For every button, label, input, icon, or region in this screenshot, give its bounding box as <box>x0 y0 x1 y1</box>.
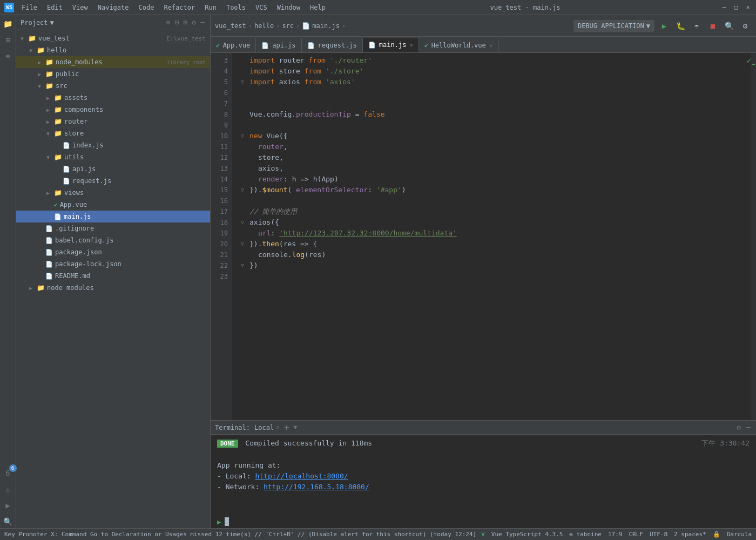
bookmarks-button[interactable]: ⊞ <box>2 33 15 46</box>
terminal-minimize-icon[interactable]: ─ <box>745 422 752 433</box>
run-button-left[interactable]: ▶ <box>2 499 15 512</box>
terminal-tab-local[interactable]: Local × <box>254 424 280 431</box>
tree-arrow-router: ▶ <box>46 119 53 125</box>
tree-item-api-js[interactable]: 📄 api.js <box>16 163 210 175</box>
fold-3[interactable] <box>241 55 249 66</box>
menu-navigate[interactable]: Navigate <box>93 3 133 12</box>
run-app-button[interactable]: ▶ <box>658 19 671 32</box>
terminal-tab-close[interactable]: × <box>276 424 280 431</box>
menu-run[interactable]: Run <box>200 3 221 12</box>
tree-item-readme[interactable]: 📄 README.md <box>16 270 210 282</box>
tree-label-components: components <box>64 106 206 113</box>
fold-6[interactable] <box>241 87 249 98</box>
code-editor: 3 4 5 6 7 8 9 10 11 12 13 14 15 16 17 18… <box>211 53 756 420</box>
tab-helloworld-vue[interactable]: ✔ HelloWorld.vue × <box>419 38 498 52</box>
fold-4[interactable] <box>241 66 249 77</box>
fold-20[interactable]: ▽ <box>241 239 249 249</box>
menu-window[interactable]: Window <box>273 3 305 12</box>
fold-23[interactable] <box>241 271 249 282</box>
code-line-17: // 简单的使用 <box>241 206 751 217</box>
tree-item-root[interactable]: ▼ 📁 vue_test E:\vue_test <box>16 32 210 44</box>
tree-item-router[interactable]: ▶ 📁 router <box>16 116 210 127</box>
tree-item-node-modules[interactable]: ▶ 📁 node_modules library root <box>16 56 210 68</box>
minimize-button[interactable]: ─ <box>720 4 728 11</box>
tree-item-views[interactable]: ▶ 📁 views <box>16 187 210 199</box>
menu-view[interactable]: View <box>68 3 92 12</box>
tree-item-public[interactable]: ▶ 📁 public <box>16 68 210 80</box>
tree-item-package-lock[interactable]: 📄 package-lock.json <box>16 258 210 270</box>
fold-8[interactable] <box>241 109 249 120</box>
fold-9[interactable] <box>241 120 249 131</box>
fold-5[interactable]: ▽ <box>241 77 249 87</box>
settings-icon[interactable]: ⚙ <box>191 17 197 28</box>
debug-app-button[interactable]: 🐛 <box>674 19 687 32</box>
tree-item-app-vue[interactable]: ✔ App.vue <box>16 199 210 211</box>
terminal-settings-icon[interactable]: ⚙ <box>735 422 742 433</box>
structure-button[interactable]: ≡ <box>2 50 15 63</box>
tree-item-gitignore[interactable]: 📄 .gitignore <box>16 222 210 234</box>
tree-item-node-modules-root[interactable]: ▶ 📁 node modules <box>16 282 210 294</box>
terminal-add-button[interactable]: + <box>284 422 289 433</box>
code-content[interactable]: import router from './router' import sto… <box>232 53 751 420</box>
search-button-left[interactable]: 🔍 <box>2 515 15 528</box>
tab-close-main-js[interactable]: × <box>409 42 413 49</box>
project-view-button[interactable]: 📁 <box>2 17 15 30</box>
maximize-button[interactable]: □ <box>732 4 740 11</box>
tree-label-views: views <box>64 189 206 197</box>
terminal-dropdown-button[interactable]: ▼ <box>293 424 297 431</box>
menu-edit[interactable]: Edit <box>43 3 67 12</box>
collapse-all-icon[interactable]: ⊟ <box>174 17 180 28</box>
menu-tools[interactable]: Tools <box>222 3 250 12</box>
fold-10[interactable]: ▽ <box>241 131 249 141</box>
fold-15[interactable]: ▽ <box>241 185 249 195</box>
debug-config-dropdown[interactable]: DEBUG APPLICATION ▼ <box>573 20 654 32</box>
tab-api-js[interactable]: 📄 api.js <box>256 38 301 52</box>
tree-item-src[interactable]: ▼ 📁 src <box>16 80 210 92</box>
fold-19[interactable] <box>241 228 249 239</box>
menu-code[interactable]: Code <box>134 3 159 12</box>
terminal-cursor <box>225 517 229 526</box>
coverage-button[interactable]: ☂ <box>690 19 703 32</box>
fold-16[interactable] <box>241 195 249 206</box>
problems-button[interactable]: ⚠ <box>2 483 15 496</box>
fold-11[interactable] <box>241 141 249 152</box>
menu-refactor[interactable]: Refactor <box>159 3 199 12</box>
fold-17[interactable] <box>241 206 249 217</box>
expand-all-icon[interactable]: ⊞ <box>183 17 189 28</box>
close-button[interactable]: ✕ <box>744 4 752 11</box>
tree-item-hello[interactable]: ▼ 📁 hello <box>16 44 210 56</box>
tab-main-js[interactable]: 📄 main.js × <box>363 38 419 52</box>
tab-request-js[interactable]: 📄 request.js <box>302 38 363 52</box>
tab-close-helloworld[interactable]: × <box>489 42 493 49</box>
terminal-network-url[interactable]: http://192.168.5.18:8080/ <box>264 483 369 491</box>
tree-item-package-json[interactable]: 📄 package.json <box>16 246 210 258</box>
stop-button[interactable]: ■ <box>706 19 719 32</box>
menu-file[interactable]: File <box>17 3 42 12</box>
components-folder-icon: 📁 <box>54 106 62 113</box>
fold-18[interactable]: ▽ <box>241 217 249 228</box>
locate-file-icon[interactable]: ⊕ <box>165 17 172 28</box>
tree-item-index-js[interactable]: 📄 index.js <box>16 139 210 151</box>
tree-item-utils[interactable]: ▼ 📁 utils <box>16 151 210 163</box>
tab-app-vue[interactable]: ✔ App.vue <box>211 38 256 52</box>
close-sidebar-icon[interactable]: ─ <box>199 17 206 28</box>
tree-item-components[interactable]: ▶ 📁 components <box>16 104 210 116</box>
search-everywhere-button[interactable]: 🔍 <box>723 19 735 32</box>
tree-item-main-js[interactable]: 📄 main.js <box>16 211 210 222</box>
tree-item-store[interactable]: ▼ 📁 store <box>16 127 210 139</box>
settings-toolbar-button[interactable]: ⚙ <box>739 19 752 32</box>
tree-item-assets[interactable]: ▶ 📁 assets <box>16 92 210 104</box>
fold-13[interactable] <box>241 163 249 174</box>
menu-help[interactable]: Help <box>306 3 330 12</box>
notifications-button[interactable]: 6 6 <box>2 467 15 480</box>
terminal-local-url[interactable]: http://localhost:8080/ <box>255 472 348 480</box>
fold-7[interactable] <box>241 98 249 109</box>
fold-22[interactable]: ▽ <box>241 260 249 271</box>
tree-item-request-js[interactable]: 📄 request.js <box>16 175 210 187</box>
tree-item-babel[interactable]: 📄 babel.config.js <box>16 234 210 246</box>
fold-21[interactable] <box>241 249 249 260</box>
menu-vcs[interactable]: VCS <box>251 3 272 12</box>
fold-14[interactable] <box>241 174 249 185</box>
debug-config-arrow: ▼ <box>646 22 650 30</box>
fold-12[interactable] <box>241 152 249 163</box>
